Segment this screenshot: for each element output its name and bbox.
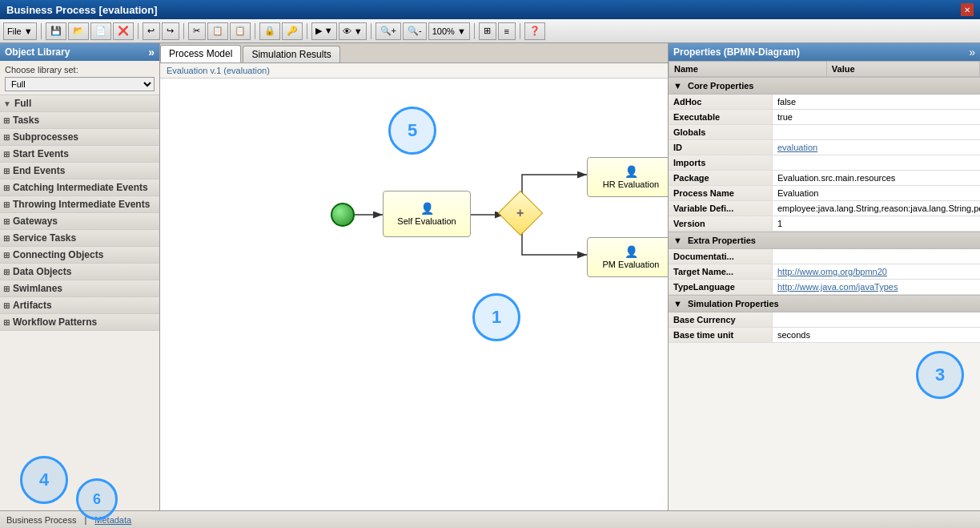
library-end-events-label: End Events (13, 165, 65, 176)
toolbar-zoom-in[interactable]: 🔍+ (376, 22, 401, 40)
library-section-artifacts: ⊞ Artifacts (0, 297, 159, 314)
toolbar-sep-7 (474, 23, 475, 39)
library-throwing-label: Throwing Intermediate Events (13, 199, 150, 210)
section-core-label: Core Properties (688, 81, 754, 91)
prop-imports: Imports (669, 155, 980, 171)
library-section-service-tasks-header[interactable]: ⊞ Service Tasks (0, 230, 159, 246)
expand-icon-throwing: ⊞ (3, 200, 10, 209)
prop-version: Version 1 (669, 216, 980, 232)
annotation-3: 3 (916, 351, 964, 399)
prop-executable: Executable true (669, 110, 980, 125)
annotation-1: 1 (472, 293, 520, 341)
expand-icon-workflow: ⊞ (3, 318, 10, 327)
toolbar-file-dropdown[interactable]: File ▼ (3, 22, 37, 40)
statusbar-metadata-link[interactable]: Metadata (94, 515, 131, 525)
self-evaluation-task[interactable]: 👤 Self Evaluation (383, 191, 471, 237)
close-button[interactable]: ✕ (961, 3, 974, 16)
library-section-catching: ⊞ Catching Intermediate Events (0, 179, 159, 196)
toolbar-undo[interactable]: ↩ (143, 22, 160, 40)
prop-type-language: TypeLanguage http://www.java.com/javaTyp… (669, 280, 980, 295)
library-section-subprocesses-header[interactable]: ⊞ Subprocesses (0, 129, 159, 145)
toolbar-new[interactable]: 📄 (90, 22, 111, 40)
toolbar-simulate-dropdown[interactable]: ▶ ▼ (311, 22, 337, 40)
toolbar-cut[interactable]: ✂ (188, 22, 206, 40)
center-panel: Process Model Simulation Results Evaluat… (160, 43, 668, 510)
library-collapse-button[interactable]: » (148, 46, 155, 58)
library-section-start-events-header[interactable]: ⊞ Start Events (0, 146, 159, 162)
toolbar-align[interactable]: ≡ (498, 22, 516, 40)
start-event[interactable] (331, 203, 355, 227)
properties-header: Properties (BPMN-Diagram) » (669, 43, 980, 61)
section-extra-label: Extra Properties (688, 236, 756, 245)
expand-icon-connecting: ⊞ (3, 251, 10, 260)
window-title: Business Process [evaluation] (6, 4, 158, 16)
prop-package: Package Evaluation.src.main.resources (669, 171, 980, 186)
gateway-split[interactable]: + (504, 197, 536, 229)
tab-process-model[interactable]: Process Model (160, 45, 241, 62)
hr-eval-label: HR Evaluation (603, 179, 659, 189)
toolbar-open[interactable]: 📂 (68, 22, 89, 40)
properties-collapse-button[interactable]: » (969, 46, 975, 58)
prop-adhoc: AdHoc false (669, 95, 980, 110)
prop-base-currency: Base Currency (669, 312, 980, 328)
library-section-tasks: ⊞ Tasks (0, 112, 159, 129)
toolbar-sep-5 (307, 23, 307, 39)
statusbar-sep: | (84, 515, 86, 525)
toolbar-copy[interactable]: 📋 (207, 22, 228, 40)
toolbar-unlock[interactable]: 🔑 (282, 22, 303, 40)
library-section-workflow-patterns-header[interactable]: ⊞ Workflow Patterns (0, 314, 159, 330)
library-swimlanes-label: Swimlanes (13, 283, 62, 294)
library-tasks-label: Tasks (13, 115, 39, 126)
toolbar-delete[interactable]: ❌ (113, 22, 134, 40)
library-start-events-label: Start Events (13, 148, 69, 159)
toolbar-sep-1 (41, 23, 42, 39)
expand-icon-data-objects: ⊞ (3, 268, 10, 276)
main-layout: Object Library » Choose library set: Ful… (0, 43, 980, 510)
library-section-data-objects-header[interactable]: ⊞ Data Objects (0, 264, 159, 280)
library-section-end-events-header[interactable]: ⊞ End Events (0, 163, 159, 179)
hr-evaluation-task[interactable]: 👤 HR Evaluation (587, 157, 668, 197)
tab-simulation-results[interactable]: Simulation Results (243, 46, 339, 62)
collapse-icon-core: ▼ (673, 81, 682, 91)
library-section-gateways-header[interactable]: ⊞ Gateways (0, 213, 159, 229)
library-section-start-events: ⊞ Start Events (0, 146, 159, 163)
arrows-svg (160, 79, 668, 510)
toolbar-lock[interactable]: 🔒 (259, 22, 280, 40)
toolbar-redo[interactable]: ↪ (162, 22, 179, 40)
library-section-connecting: ⊞ Connecting Objects (0, 247, 159, 264)
library-connecting-label: Connecting Objects (13, 249, 103, 260)
library-section-catching-header[interactable]: ⊞ Catching Intermediate Events (0, 179, 159, 195)
library-artifacts-label: Artifacts (13, 300, 52, 311)
library-set-dropdown[interactable]: Full Basic Advanced (5, 77, 155, 91)
library-section-full-header[interactable]: ▼ Full (0, 95, 159, 111)
library-section-throwing-header[interactable]: ⊞ Throwing Intermediate Events (0, 196, 159, 212)
toolbar-sep-3 (183, 23, 184, 39)
tabs-bar: Process Model Simulation Results (160, 43, 668, 63)
toolbar-zoom-dropdown[interactable]: 100% ▼ (428, 22, 470, 40)
prop-variable-def: Variable Defi... employee:java.lang.Stri… (669, 201, 980, 216)
library-section-swimlanes-header[interactable]: ⊞ Swimlanes (0, 280, 159, 296)
expand-icon-start-events: ⊞ (3, 150, 10, 159)
library-section-swimlanes: ⊞ Swimlanes (0, 280, 159, 297)
toolbar-sep-8 (520, 23, 520, 39)
library-section-gateways: ⊞ Gateways (0, 213, 159, 230)
prop-id: ID evaluation (669, 140, 980, 155)
section-simulation-properties[interactable]: ▼ Simulation Properties (669, 295, 980, 312)
canvas[interactable]: 👤 Self Evaluation + 👤 HR Evaluation 👤 PM… (160, 79, 668, 510)
library-section-service-tasks: ⊞ Service Tasks (0, 230, 159, 247)
section-extra-properties[interactable]: ▼ Extra Properties (669, 232, 980, 249)
library-service-tasks-label: Service Tasks (13, 232, 76, 244)
toolbar-help[interactable]: ❓ (524, 22, 545, 40)
expand-icon-gateways: ⊞ (3, 217, 10, 226)
library-section-artifacts-header[interactable]: ⊞ Artifacts (0, 297, 159, 313)
toolbar-view-dropdown[interactable]: 👁 ▼ (339, 22, 367, 40)
toolbar-arrange[interactable]: ⊞ (479, 22, 496, 40)
pm-evaluation-task[interactable]: 👤 PM Evaluation (587, 237, 668, 277)
library-section-tasks-header[interactable]: ⊞ Tasks (0, 112, 159, 128)
toolbar-sep-4 (255, 23, 255, 39)
library-section-connecting-header[interactable]: ⊞ Connecting Objects (0, 247, 159, 263)
toolbar-save[interactable]: 💾 (46, 22, 66, 40)
toolbar-paste[interactable]: 📋 (230, 22, 251, 40)
section-core-properties[interactable]: ▼ Core Properties (669, 77, 980, 95)
toolbar-zoom-out[interactable]: 🔍- (403, 22, 427, 40)
